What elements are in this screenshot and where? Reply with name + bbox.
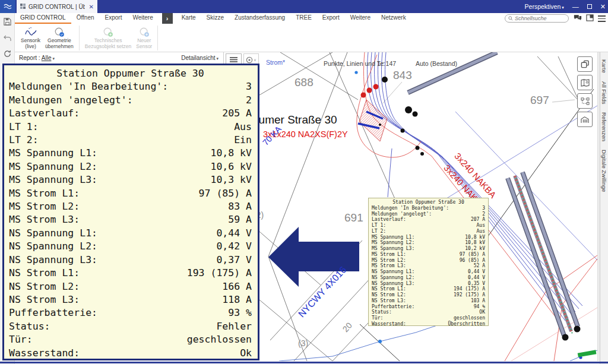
perspectives-menu[interactable]: Perspektiven▾ <box>525 3 564 10</box>
station-panel-rows: Meldungen 'In Bearbeitung':3Meldungen 'a… <box>9 80 252 360</box>
quick-search[interactable] <box>505 14 569 23</box>
chevron-down-icon: ▾ <box>562 5 564 10</box>
parcel-number: 697 <box>530 94 549 107</box>
map-mode[interactable]: Auto (Bestand) <box>416 60 457 67</box>
select-objects-button[interactable] <box>577 93 593 109</box>
station-tooltip: Station Oppumer Straße 30 Meldungen 'In … <box>368 198 489 326</box>
tooltip-row: Meldungen 'In Bearbeitung':3 <box>372 205 485 211</box>
station-row: NS Spannung L2:0,42 V <box>9 240 252 253</box>
report-selector[interactable]: Report : Alle▾ <box>19 55 55 61</box>
tooltip-row: MS Spannung L3:10,2 kV <box>372 246 485 252</box>
context-tabs: KarteSkizzeZustandserfassungTREEExportWe… <box>176 13 411 24</box>
undo-button[interactable] <box>4 33 11 44</box>
context-tab[interactable]: Karte <box>176 13 201 24</box>
context-tab[interactable]: Export <box>317 13 345 24</box>
context-tab[interactable]: Zustandserfassung <box>229 13 290 24</box>
maximize-icon <box>587 4 592 9</box>
save-button[interactable] <box>4 17 11 28</box>
station-row: MS Strom L3:59 A <box>9 213 252 226</box>
chevron-down-icon: ▾ <box>53 56 55 61</box>
refresh-button[interactable] <box>4 49 11 60</box>
map-viewport[interactable]: Strom* Punkte, Linien und Te: 1 : 147 Au… <box>224 52 597 361</box>
station-row: MS Spannung L2:10,6 kV <box>9 160 252 173</box>
minimize-button[interactable]: — <box>572 3 579 10</box>
button-sensorik-live[interactable]: Sensorik (live) <box>18 26 43 50</box>
side-tab-strip: KarteAll FieldsReferenzenDigitale Zwilli… <box>600 52 608 364</box>
grid-app-icon <box>20 4 26 10</box>
map-book-button[interactable] <box>577 75 593 90</box>
tooltip-row: MS Spannung L1:10,8 kV <box>372 235 485 240</box>
menu-hamburger-icon[interactable] <box>598 14 606 23</box>
context-tab[interactable]: Weitere <box>345 13 376 24</box>
detail-view-selector[interactable]: Detailansicht▾ <box>181 55 218 61</box>
chevron-down-icon: ∨ <box>254 58 256 62</box>
report-value[interactable]: Alle <box>42 55 52 61</box>
tooltip-title: Station Oppumer Straße 30 <box>372 200 485 205</box>
app-logo-icon <box>4 3 12 10</box>
station-detail-panel: Station Oppumer Straße 30 Meldungen 'In … <box>2 64 259 360</box>
green-highlight-segment <box>578 350 597 357</box>
search-input[interactable] <box>515 15 562 21</box>
maximize-button[interactable] <box>587 3 592 10</box>
map-scale[interactable]: 1 : 147 <box>377 60 396 67</box>
city-grid-button[interactable] <box>577 112 593 127</box>
station-row: Meldungen 'In Bearbeitung':3 <box>9 80 252 93</box>
context-tab[interactable]: Skizze <box>201 13 229 24</box>
report-toolbar: Report : Alle▾ Detailansicht▾ <box>15 52 224 64</box>
close-tab-icon[interactable]: ✕ <box>89 4 94 10</box>
side-tab[interactable]: Referenzen <box>601 112 607 141</box>
context-tab[interactable]: Netzwerk <box>376 13 411 24</box>
station-row: MS Strom L1:97 (85) A <box>9 187 252 200</box>
side-tab[interactable]: Digitale Zwillinge <box>601 150 607 192</box>
tooltip-row: MS Strom L3:52 A <box>372 263 485 269</box>
station-row: Status:Fehler <box>9 320 252 333</box>
tab-export[interactable]: Export <box>100 13 128 24</box>
layer-indicator[interactable]: Strom* <box>266 59 285 66</box>
tooltip-row: MS Strom L1:97 (85) A <box>372 252 485 258</box>
select-area-button[interactable] <box>577 56 593 72</box>
tab-weitere[interactable]: Weitere <box>127 13 158 24</box>
tab-oeffnen[interactable]: Öffnen <box>71 13 100 24</box>
layout-panel-icon[interactable] <box>586 14 594 23</box>
station-row: NS Strom L1:193 (175) A <box>9 267 252 280</box>
tooltip-row: LT 2:Aus <box>372 229 485 235</box>
titlebar: GRID CONTROL | Übersichtsrei... ✕ Perspe… <box>0 0 608 13</box>
station-row: NS Spannung L3:0,37 V <box>9 254 252 267</box>
station-cluster[interactable] <box>354 71 424 156</box>
tooltip-rows: Meldungen 'In Bearbeitung':3Meldungen 'a… <box>372 205 485 327</box>
tooltip-row: Tür:geschlossen <box>372 315 485 321</box>
tooltip-row: MS Spannung L2:10,8 kV <box>372 240 485 246</box>
ribbon-overflow-button[interactable]: › <box>162 13 173 24</box>
station-row: Wasserstand:Ok <box>9 347 252 360</box>
button-technisches-bezugsobjekt: Technisches Bezugsobjekt setzen <box>83 26 134 50</box>
side-tab[interactable]: All Fields <box>601 81 607 105</box>
app-logo[interactable] <box>0 0 15 13</box>
tooltip-row: NS Spannung L2:0,44 V <box>372 275 485 281</box>
document-tab-label: GRID CONTROL | Übersichtsrei... <box>28 4 85 10</box>
map-info-text: Punkte, Linien und Te: <box>324 60 385 67</box>
tooltip-row: NS Strom L2:192 (175) A <box>372 292 485 298</box>
station-row: NS Spannung L1:0,44 V <box>9 227 252 240</box>
parcel-number: 688 <box>294 76 314 89</box>
station-row: LT 2:Ein <box>9 134 252 147</box>
document-tab[interactable]: GRID CONTROL | Übersichtsrei... ✕ <box>17 0 97 13</box>
station-row: MS Spannung L1:10,8 kV <box>9 147 252 160</box>
reference-object-icon <box>102 26 114 38</box>
station-row: Tür:geschlossen <box>9 333 252 346</box>
tooltip-row: Status:OK <box>372 309 485 315</box>
ribbon-separator <box>157 26 158 50</box>
chevron-down-icon: ▾ <box>216 56 218 61</box>
parcel-number: 691 <box>344 211 363 224</box>
close-window-button[interactable]: ✕ <box>600 3 606 11</box>
context-tab[interactable]: TREE <box>290 13 317 24</box>
annotation-arrow-left <box>268 227 359 287</box>
station-row: MS Strom L2:83 A <box>9 200 252 213</box>
tab-grid-control[interactable]: GRID CONTROL <box>15 13 71 24</box>
station-row: MS Spannung L3:10,3 kV <box>9 173 252 186</box>
street-label: pumer Straße 30 <box>252 113 337 126</box>
side-tab[interactable]: Karte <box>601 59 607 73</box>
station-row: Lastverlauf:205 A <box>9 107 252 120</box>
button-geometrie-uebernehmen[interactable]: Geometrie übernehmen <box>43 26 76 50</box>
chat-icon[interactable] <box>574 14 582 23</box>
tooltip-row: Lastverlauf:207 A <box>372 217 485 223</box>
